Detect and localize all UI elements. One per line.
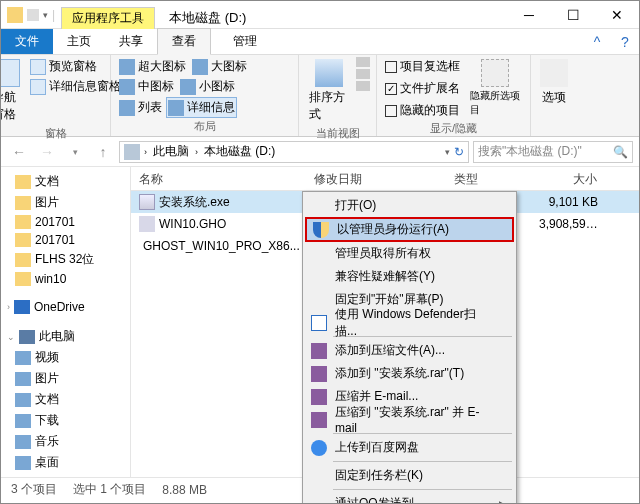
ribbon: 导航窗格 预览窗格 详细信息窗格 窗格 超大图标 大图标 中图标 小图标 列表 … bbox=[1, 55, 639, 137]
options-icon bbox=[540, 59, 568, 87]
large-icon bbox=[192, 59, 208, 75]
chevron-right-icon[interactable]: › bbox=[195, 147, 198, 157]
hidden-items-toggle[interactable]: 隐藏的项目 bbox=[383, 101, 462, 120]
rar-icon bbox=[311, 343, 327, 359]
addr-dropdown-icon[interactable]: ▾ bbox=[445, 147, 450, 157]
tree-item[interactable]: 文档 bbox=[1, 389, 130, 410]
sort-label: 排序方式 bbox=[309, 89, 348, 123]
tree-item[interactable]: 201701 bbox=[1, 213, 130, 231]
ctx-add-archive[interactable]: 添加到压缩文件(A)... bbox=[305, 339, 514, 362]
nav-pane-button[interactable]: 导航窗格 bbox=[0, 57, 24, 125]
baidu-icon bbox=[311, 440, 327, 456]
tree-item[interactable]: 文档 bbox=[1, 171, 130, 192]
tree-item[interactable]: 下载 bbox=[1, 410, 130, 431]
col-name[interactable]: 名称 bbox=[131, 167, 306, 190]
col-size[interactable]: 大小 bbox=[531, 167, 606, 190]
tree-item[interactable]: 视频 bbox=[1, 347, 130, 368]
back-button[interactable]: ← bbox=[7, 140, 31, 164]
qat-item[interactable] bbox=[27, 9, 39, 21]
options-button[interactable]: 选项 bbox=[536, 57, 572, 108]
add-col-icon[interactable] bbox=[356, 69, 370, 79]
ctx-defender[interactable]: 使用 Windows Defender扫描... bbox=[305, 311, 514, 334]
layout-list[interactable]: 列表 bbox=[117, 97, 164, 118]
search-input[interactable]: 搜索"本地磁盘 (D:)" 🔍 bbox=[473, 141, 633, 163]
recent-dropdown[interactable]: ▾ bbox=[63, 140, 87, 164]
tree-item[interactable]: 图片 bbox=[1, 368, 130, 389]
sort-button[interactable]: 排序方式 bbox=[305, 57, 352, 125]
tree-item[interactable]: 图片 bbox=[1, 192, 130, 213]
tree-thispc[interactable]: ⌄此电脑 bbox=[1, 326, 130, 347]
breadcrumb-pc[interactable]: 此电脑 bbox=[151, 143, 191, 160]
checkbox-icon bbox=[385, 105, 397, 117]
column-headers: 名称 修改日期 类型 大小 bbox=[131, 167, 639, 191]
expand-icon[interactable]: › bbox=[7, 302, 10, 312]
tree-item[interactable]: FLHS 32位 bbox=[1, 249, 130, 270]
tab-manage[interactable]: 管理 bbox=[219, 29, 271, 54]
layout-medium[interactable]: 中图标 bbox=[117, 77, 176, 96]
pics-icon bbox=[15, 372, 31, 386]
file-ext-toggle[interactable]: ✓文件扩展名 bbox=[383, 79, 462, 98]
docs-icon bbox=[15, 393, 31, 407]
nav-pane-label: 导航窗格 bbox=[0, 89, 20, 123]
group-by-icon[interactable] bbox=[356, 57, 370, 67]
window-title: 本地磁盘 (D:) bbox=[155, 7, 260, 29]
search-icon[interactable]: 🔍 bbox=[613, 145, 628, 159]
folder-icon bbox=[15, 196, 31, 210]
folder-icon bbox=[15, 233, 31, 247]
up-button[interactable]: ↑ bbox=[91, 140, 115, 164]
preview-pane-button[interactable]: 预览窗格 bbox=[28, 57, 123, 76]
ctx-rar-email[interactable]: 压缩到 "安装系统.rar" 并 E-mail bbox=[305, 408, 514, 431]
music-icon bbox=[15, 435, 31, 449]
ribbon-collapse-icon[interactable]: ? bbox=[611, 28, 639, 56]
tree-item[interactable]: 201701 bbox=[1, 231, 130, 249]
chevron-right-icon[interactable]: › bbox=[144, 147, 147, 157]
tree-item[interactable]: win10 bbox=[1, 270, 130, 288]
address-bar: ← → ▾ ↑ › 此电脑 › 本地磁盘 (D:) ▾ ↻ 搜索"本地磁盘 (D… bbox=[1, 137, 639, 167]
folder-icon bbox=[15, 253, 31, 267]
layout-small[interactable]: 小图标 bbox=[178, 77, 237, 96]
view-group-label: 当前视图 bbox=[316, 125, 360, 141]
qat-dropdown-icon[interactable]: ▾ bbox=[43, 10, 48, 20]
tree-item[interactable]: 音乐 bbox=[1, 431, 130, 452]
tree-cdrive[interactable]: 本地磁盘 (C:) bbox=[1, 473, 130, 477]
tree-onedrive[interactable]: ›OneDrive bbox=[1, 298, 130, 316]
address-box[interactable]: › 此电脑 › 本地磁盘 (D:) ▾ ↻ bbox=[119, 141, 469, 163]
tab-home[interactable]: 主页 bbox=[53, 29, 105, 54]
showhide-group-label: 显示/隐藏 bbox=[430, 120, 477, 136]
hide-selected-button[interactable]: 隐藏所选项目 bbox=[466, 57, 524, 119]
tree-item[interactable]: 桌面 bbox=[1, 452, 130, 473]
collapse-icon[interactable]: ⌄ bbox=[7, 332, 15, 342]
ctx-admin-ownership[interactable]: 管理员取得所有权 bbox=[305, 242, 514, 265]
col-type[interactable]: 类型 bbox=[446, 167, 531, 190]
forward-button[interactable]: → bbox=[35, 140, 59, 164]
breadcrumb-drive[interactable]: 本地磁盘 (D:) bbox=[202, 143, 277, 160]
ctx-qq[interactable]: 通过QQ发送到 bbox=[305, 492, 514, 504]
close-button[interactable]: ✕ bbox=[595, 1, 639, 29]
minimize-button[interactable]: ─ bbox=[507, 1, 551, 29]
refresh-icon[interactable]: ↻ bbox=[454, 145, 464, 159]
nav-tree[interactable]: 文档 图片 201701 201701 FLHS 32位 win10 ›OneD… bbox=[1, 167, 131, 477]
tab-share[interactable]: 共享 bbox=[105, 29, 157, 54]
ctx-pin-taskbar[interactable]: 固定到任务栏(K) bbox=[305, 464, 514, 487]
folder-icon bbox=[15, 272, 31, 286]
col-date[interactable]: 修改日期 bbox=[306, 167, 446, 190]
tab-view[interactable]: 查看 bbox=[157, 28, 211, 55]
ctx-run-as-admin[interactable]: 以管理员身份运行(A) bbox=[305, 217, 514, 242]
maximize-button[interactable]: ☐ bbox=[551, 1, 595, 29]
ctx-troubleshoot[interactable]: 兼容性疑难解答(Y) bbox=[305, 265, 514, 288]
size-col-icon[interactable] bbox=[356, 81, 370, 91]
ribbon-help-icon[interactable]: ^ bbox=[583, 28, 611, 56]
item-checkbox-toggle[interactable]: 项目复选框 bbox=[383, 57, 462, 76]
detail-pane-button[interactable]: 详细信息窗格 bbox=[28, 77, 123, 96]
layout-xlarge[interactable]: 超大图标 bbox=[117, 57, 188, 76]
context-tab-tools[interactable]: 应用程序工具 bbox=[61, 7, 155, 29]
explorer-icon bbox=[7, 7, 23, 23]
search-placeholder: 搜索"本地磁盘 (D:)" bbox=[478, 143, 582, 160]
tab-file[interactable]: 文件 bbox=[1, 29, 53, 54]
ctx-add-rar[interactable]: 添加到 "安装系统.rar"(T) bbox=[305, 362, 514, 385]
rar-icon bbox=[311, 366, 327, 382]
ctx-open[interactable]: 打开(O) bbox=[305, 194, 514, 217]
layout-details[interactable]: 详细信息 bbox=[166, 97, 237, 118]
layout-large[interactable]: 大图标 bbox=[190, 57, 249, 76]
ctx-baidu[interactable]: 上传到百度网盘 bbox=[305, 436, 514, 459]
